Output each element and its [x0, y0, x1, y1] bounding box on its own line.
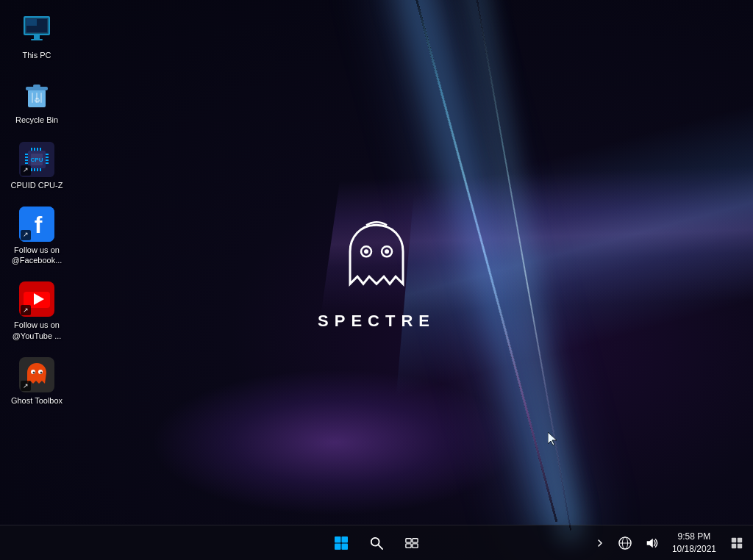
facebook-label: Follow us on @Facebook... [10, 245, 63, 266]
desktop-icon-cpuid[interactable]: CPU CPUID CPU-Z [7, 137, 66, 195]
language-button[interactable] [615, 533, 635, 553]
show-hidden-icons-button[interactable] [591, 533, 609, 553]
svg-rect-50 [342, 536, 349, 543]
svg-rect-51 [335, 543, 341, 550]
glow-bottom [151, 369, 518, 516]
beam2 [305, 0, 753, 487]
this-pc-icon [19, 12, 54, 47]
beam1 [393, 0, 753, 477]
taskbar-center [326, 528, 427, 558]
facebook-icon: f [19, 207, 54, 242]
ghost-toolbox-shortcut-arrow [21, 381, 31, 391]
cpuz-icon: CPU [19, 142, 54, 177]
svg-rect-24 [31, 148, 32, 151]
desktop-icon-youtube[interactable]: Follow us on @YouTube ... [7, 277, 66, 345]
svg-rect-64 [738, 537, 742, 542]
svg-rect-9 [33, 85, 40, 87]
youtube-label: Follow us on @YouTube ... [10, 320, 63, 341]
svg-rect-6 [26, 19, 37, 26]
svg-point-45 [382, 246, 392, 256]
desktop-icons: This PC ♻ Recyc [0, 0, 74, 421]
svg-marker-62 [647, 538, 653, 548]
ghost-toolbox-icon [19, 357, 54, 392]
svg-rect-19 [25, 162, 28, 164]
search-button[interactable] [362, 528, 391, 558]
svg-text:CPU: CPU [31, 157, 43, 163]
desktop: This PC ♻ Recyc [0, 0, 753, 560]
taskbar-right: 9:58 PM 10/18/2021 [591, 529, 747, 557]
svg-rect-23 [46, 162, 49, 164]
svg-rect-52 [342, 543, 349, 550]
desktop-icon-ghost-toolbox[interactable]: Ghost Toolbox [7, 353, 66, 410]
svg-rect-58 [413, 543, 418, 547]
clock-time: 9:58 PM [678, 531, 711, 543]
svg-rect-26 [37, 148, 38, 151]
svg-rect-63 [732, 537, 736, 542]
svg-point-46 [364, 249, 368, 254]
svg-rect-28 [31, 168, 32, 171]
svg-rect-65 [732, 543, 736, 548]
spectre-text: SPECTRE [318, 312, 435, 331]
svg-line-54 [379, 545, 382, 548]
svg-rect-4 [34, 35, 40, 39]
taskview-button[interactable] [397, 528, 427, 558]
svg-rect-27 [40, 148, 41, 151]
youtube-shortcut-arrow [21, 305, 31, 315]
svg-rect-49 [335, 536, 341, 543]
svg-rect-56 [413, 538, 418, 542]
svg-rect-17 [25, 157, 28, 158]
notification-button[interactable] [727, 533, 747, 553]
clock[interactable]: 9:58 PM 10/18/2021 [668, 529, 721, 557]
svg-point-42 [33, 372, 35, 374]
svg-point-44 [361, 246, 371, 256]
svg-rect-20 [46, 154, 49, 155]
cpuz-shortcut-arrow [21, 165, 31, 176]
desktop-icon-recycle-bin[interactable]: ♻ Recycle Bin [7, 72, 66, 129]
svg-point-43 [40, 372, 43, 374]
recycle-bin-label: Recycle Bin [15, 115, 58, 125]
svg-rect-25 [34, 148, 35, 151]
svg-rect-18 [25, 159, 28, 161]
youtube-icon [19, 281, 54, 317]
mouse-cursor [548, 432, 557, 447]
taskbar: 9:58 PM 10/18/2021 [0, 525, 753, 560]
svg-rect-12 [40, 93, 42, 103]
svg-rect-29 [34, 168, 35, 171]
svg-rect-30 [37, 168, 38, 171]
desktop-icon-facebook[interactable]: f Follow us on @Facebook... [7, 202, 66, 270]
volume-button[interactable] [641, 533, 662, 553]
svg-point-47 [385, 249, 389, 254]
clock-date: 10/18/2021 [672, 543, 716, 556]
cpuid-label: CPUID CPU-Z [11, 180, 63, 190]
spectre-logo: SPECTRE [318, 218, 435, 331]
svg-rect-31 [40, 168, 41, 171]
svg-rect-5 [31, 39, 43, 40]
svg-rect-66 [738, 543, 742, 548]
desktop-icon-this-pc[interactable]: This PC [7, 7, 66, 65]
this-pc-label: This PC [22, 50, 51, 60]
svg-point-53 [371, 537, 379, 545]
ghost-toolbox-label: Ghost Toolbox [11, 395, 63, 406]
start-button[interactable] [326, 528, 356, 558]
svg-marker-48 [548, 432, 557, 445]
facebook-shortcut-arrow [21, 230, 31, 240]
recycle-bin-icon: ♻ [19, 76, 54, 112]
svg-rect-21 [46, 157, 49, 158]
svg-rect-55 [406, 538, 411, 542]
svg-text:♻: ♻ [34, 96, 40, 104]
svg-rect-22 [46, 159, 49, 161]
svg-rect-16 [25, 154, 28, 155]
svg-text:f: f [35, 212, 43, 238]
svg-rect-57 [406, 543, 411, 547]
